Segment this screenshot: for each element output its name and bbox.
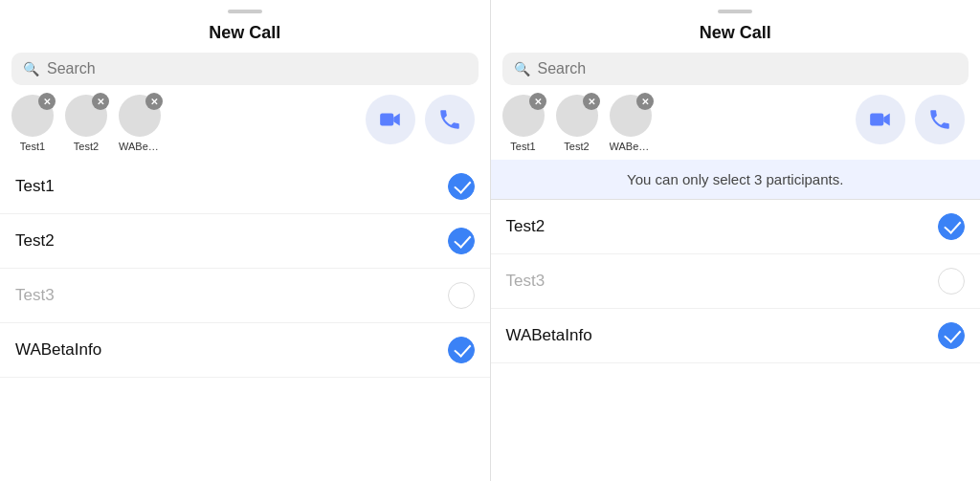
svg-rect-0: [380, 114, 393, 126]
right-remove-user-1[interactable]: ✕: [529, 93, 546, 110]
right-check-test2[interactable]: [938, 213, 965, 240]
left-search-input[interactable]: [47, 60, 467, 77]
left-avatar-wrap-1: ✕: [11, 95, 54, 137]
right-user-label-2: Test2: [564, 141, 589, 152]
right-contacts-list: You can only select 3 participants. Test…: [491, 160, 981, 481]
left-user-label-1: Test1: [20, 141, 45, 152]
right-contact-name-test3: Test3: [506, 272, 939, 291]
right-check-wabetainfo[interactable]: [938, 322, 965, 349]
left-selected-user-1: ✕ Test1: [11, 95, 54, 152]
right-avatar-wrap-1: ✕: [502, 95, 545, 137]
left-selected-user-2: ✕ Test2: [65, 95, 107, 152]
right-selected-user-3: ✕ WABetal...: [610, 95, 652, 152]
right-contact-test2[interactable]: Test2: [491, 200, 981, 254]
right-selected-user-2: ✕ Test2: [556, 95, 598, 152]
right-contact-test3[interactable]: Test3: [491, 254, 981, 309]
right-search-icon: 🔍: [514, 61, 530, 77]
left-voice-call-button[interactable]: [425, 95, 475, 144]
right-check-test3[interactable]: [938, 268, 965, 295]
left-search-bar[interactable]: 🔍: [11, 53, 479, 85]
left-user-label-3: WABetal...: [119, 141, 161, 152]
right-selected-user-1: ✕ Test1: [502, 95, 545, 152]
left-remove-user-1[interactable]: ✕: [38, 93, 56, 110]
left-contact-name-test1: Test1: [15, 177, 448, 196]
right-remove-user-3[interactable]: ✕: [636, 93, 654, 110]
left-avatar-wrap-2: ✕: [65, 95, 107, 137]
left-check-test3[interactable]: [448, 282, 475, 309]
right-voice-call-button[interactable]: [915, 95, 965, 144]
left-contacts-list: Test1 Test2 Test3 WABetaInfo: [0, 160, 490, 481]
right-panel: New Call 🔍 ✕ Test1 ✕ Test2: [491, 0, 981, 481]
right-limit-notice: You can only select 3 participants.: [491, 160, 981, 200]
right-search-input[interactable]: [538, 60, 958, 77]
left-contact-test1[interactable]: Test1: [0, 160, 490, 214]
left-panel: New Call 🔍 ✕ Test1 ✕ Test2: [0, 0, 491, 481]
right-search-bar[interactable]: 🔍: [502, 53, 969, 85]
panels-container: New Call 🔍 ✕ Test1 ✕ Test2: [0, 0, 980, 481]
left-contact-test2[interactable]: Test2: [0, 214, 490, 269]
left-contact-name-test3: Test3: [15, 286, 448, 305]
drag-handle-left: [228, 10, 262, 13]
left-check-test1[interactable]: [448, 173, 475, 200]
right-avatar-wrap-2: ✕: [556, 95, 598, 137]
right-call-buttons: [856, 95, 969, 144]
right-remove-user-2[interactable]: ✕: [583, 93, 600, 110]
right-video-call-button[interactable]: [856, 95, 905, 144]
right-panel-title: New Call: [491, 19, 981, 53]
left-call-buttons: [366, 95, 479, 144]
left-contact-name-wabetainfo: WABetaInfo: [15, 340, 448, 360]
left-contact-name-test2: Test2: [15, 231, 448, 251]
right-contact-wabetainfo[interactable]: WABetaInfo: [491, 309, 981, 363]
left-panel-title: New Call: [0, 19, 490, 53]
svg-rect-1: [870, 114, 883, 126]
left-user-label-2: Test2: [74, 141, 99, 152]
right-contact-name-wabetainfo: WABetaInfo: [506, 326, 939, 345]
right-user-label-3: WABetal...: [610, 141, 652, 152]
right-avatar-wrap-3: ✕: [610, 95, 652, 137]
left-search-icon: 🔍: [23, 61, 39, 77]
left-selected-users-row: ✕ Test1 ✕ Test2 ✕ WABetal...: [0, 95, 490, 160]
right-user-label-1: Test1: [510, 141, 535, 152]
left-contact-test3[interactable]: Test3: [0, 269, 490, 323]
left-remove-user-3[interactable]: ✕: [145, 93, 163, 110]
left-avatar-wrap-3: ✕: [119, 95, 161, 137]
right-selected-users-row: ✕ Test1 ✕ Test2 ✕ WABetal...: [491, 95, 981, 160]
right-contact-name-test2: Test2: [506, 217, 939, 236]
left-remove-user-2[interactable]: ✕: [92, 93, 109, 110]
left-selected-user-3: ✕ WABetal...: [119, 95, 161, 152]
drag-handle-right: [718, 10, 752, 13]
left-check-wabetainfo[interactable]: [448, 337, 475, 363]
left-video-call-button[interactable]: [366, 95, 415, 144]
left-check-test2[interactable]: [448, 228, 475, 254]
left-contact-wabetainfo[interactable]: WABetaInfo: [0, 323, 490, 378]
